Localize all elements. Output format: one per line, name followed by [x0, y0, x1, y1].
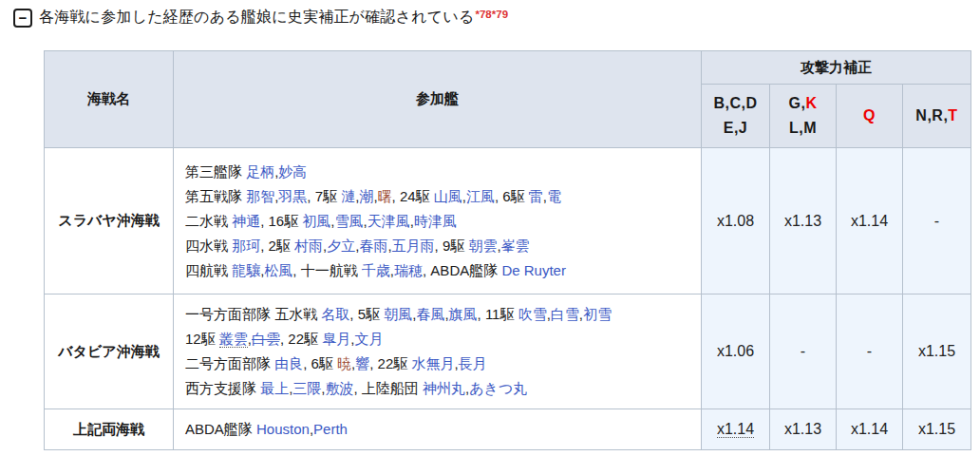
bonus-cell: x1.13	[770, 409, 837, 450]
text-segment: , 6駆	[303, 355, 337, 371]
text-segment: , 22駆	[280, 331, 322, 347]
bonus-cell: x1.15	[903, 409, 971, 450]
ship-link[interactable]: 江風	[466, 188, 495, 204]
ship-link[interactable]: 旗風	[449, 306, 478, 322]
bonus-value: x1.13	[784, 213, 821, 229]
ship-link[interactable]: 羽黒	[278, 188, 307, 204]
text-segment: L,M	[789, 120, 817, 136]
bonus-cell: -	[770, 294, 837, 409]
footnote-refs: *78*79	[475, 9, 508, 28]
ship-link[interactable]: 朝雲	[468, 238, 497, 254]
text-segment: , 24駆	[392, 188, 434, 204]
ship-link[interactable]: 峯雲	[501, 238, 530, 254]
text-segment: 12駆	[185, 331, 219, 347]
ship-link[interactable]: 電	[547, 188, 561, 204]
ship-link[interactable]: 白雲	[252, 331, 280, 347]
bonus-column-header-2: Q	[837, 85, 903, 148]
ship-link[interactable]: 雷	[529, 188, 543, 204]
ship-link[interactable]: 潮	[359, 188, 373, 204]
text-segment: 二水戦	[185, 213, 232, 229]
battle-name-cell: スラバヤ沖海戦	[45, 148, 174, 294]
ship-link[interactable]: 皐月	[322, 331, 350, 347]
text-segment: 四水戦	[185, 238, 232, 254]
ship-link[interactable]: 白雪	[551, 306, 579, 322]
ship-link[interactable]: 名取	[321, 306, 349, 322]
ship-link[interactable]: 水無月	[411, 355, 454, 371]
bonus-value: -	[801, 343, 805, 359]
ship-link[interactable]: 龍驤	[232, 262, 260, 278]
ship-link[interactable]: 足柄	[246, 163, 274, 180]
bonus-column-header-0: B,C,DE,J	[702, 85, 770, 148]
bonus-value-tooltip[interactable]: x1.14	[717, 421, 754, 438]
ship-link[interactable]: 最上	[260, 380, 289, 396]
ship-link[interactable]: 由良	[274, 355, 303, 371]
text-segment: E,J	[724, 120, 748, 136]
ship-link[interactable]: Perth	[313, 421, 348, 437]
ship-link[interactable]: 瑞穂	[394, 262, 423, 278]
ship-link[interactable]: 叢雲	[219, 331, 248, 348]
text-segment: , 6駆	[495, 188, 529, 204]
ship-link[interactable]: 松風	[264, 262, 292, 278]
table-row: バタビア沖海戦一号方面部隊 五水戦 名取, 5駆 朝風,春風,旗風, 11駆 吹…	[45, 294, 971, 409]
text-segment: , 7駆	[307, 188, 341, 204]
table-row: スラバヤ沖海戦第三艦隊 足柄,妙高第五戦隊 那智,羽黒, 7駆 漣,潮,曙, 2…	[45, 148, 971, 294]
ship-link[interactable]: あきつ丸	[469, 380, 527, 396]
ship-link[interactable]: 那智	[246, 188, 274, 204]
ships-cell: ABDA艦隊 Houston,Perth	[174, 409, 702, 450]
bonus-cell: x1.14	[837, 409, 903, 450]
bonus-value: -	[934, 213, 939, 229]
ship-link[interactable]: 時津風	[414, 213, 457, 229]
text-segment: Q	[863, 107, 876, 124]
ships-cell: 第三艦隊 足柄,妙高第五戦隊 那智,羽黒, 7駆 漣,潮,曙, 24駆 山風,江…	[174, 148, 702, 294]
bonus-column-header-1: G,KL,M	[770, 85, 837, 148]
ship-link[interactable]: 春風	[416, 306, 444, 322]
ship-link[interactable]: 山風	[434, 188, 462, 204]
bonus-cell: x1.15	[903, 294, 971, 409]
ship-link[interactable]: 雪風	[335, 213, 364, 229]
ship-link[interactable]: De Ruyter	[501, 262, 566, 278]
bonus-value: -	[867, 343, 872, 359]
footnote-ref-79[interactable]: *79	[492, 9, 508, 20]
bonus-value: x1.08	[717, 213, 754, 229]
bonus-value: x1.06	[717, 343, 754, 359]
text-segment: ABDA艦隊	[185, 421, 256, 437]
text-segment: 四航戦	[185, 262, 232, 278]
ship-link[interactable]: 曙	[378, 188, 392, 204]
footnote-ref-78[interactable]: *78	[475, 9, 491, 20]
ship-link[interactable]: 千歳	[362, 262, 390, 278]
ship-link[interactable]: 初風	[302, 213, 330, 229]
ship-link[interactable]: 春雨	[359, 238, 387, 254]
battle-name-cell: バタビア沖海戦	[45, 294, 174, 409]
ship-link[interactable]: 吹雪	[518, 306, 547, 322]
ship-link[interactable]: 響	[355, 355, 369, 371]
text-segment: , 16駆	[260, 213, 302, 229]
ship-link[interactable]: 文月	[354, 331, 383, 347]
bonus-value: x1.15	[918, 343, 955, 359]
text-segment: , 11駆	[478, 306, 518, 322]
text-segment: , 5駆	[349, 306, 384, 322]
ship-link[interactable]: 天津風	[368, 213, 410, 229]
ship-link[interactable]: 漣	[341, 188, 355, 204]
text-segment: 第三艦隊	[185, 163, 246, 180]
ship-link[interactable]: 夕立	[327, 238, 355, 254]
ship-link[interactable]: 初雪	[583, 306, 612, 322]
ship-link[interactable]: 村雨	[294, 238, 323, 254]
table-row: 上記両海戦ABDA艦隊 Houston,Perthx1.14x1.13x1.14…	[45, 409, 971, 450]
ship-link[interactable]: 神州丸	[423, 380, 465, 396]
collapse-toggle-button[interactable]: −	[13, 9, 32, 28]
ship-link[interactable]: 敷波	[326, 380, 354, 396]
ship-link[interactable]: Houston	[256, 421, 310, 437]
ship-link[interactable]: 朝風	[384, 306, 412, 322]
text-segment: , ABDA艦隊	[423, 262, 501, 278]
ship-link[interactable]: 妙高	[278, 163, 307, 180]
ship-link[interactable]: 長月	[459, 355, 487, 371]
ship-link[interactable]: 五月雨	[392, 238, 435, 254]
text-segment: , 2駆	[260, 238, 294, 254]
text-segment: 西方支援隊	[185, 380, 260, 396]
ship-link[interactable]: 暁	[337, 355, 351, 371]
column-header-attack-bonus: 攻撃力補正	[702, 51, 971, 85]
text-segment: 二号方面部隊	[185, 355, 274, 371]
ship-link[interactable]: 神通	[232, 213, 260, 229]
ship-link[interactable]: 三隈	[292, 380, 321, 396]
ship-link[interactable]: 那珂	[232, 238, 260, 254]
